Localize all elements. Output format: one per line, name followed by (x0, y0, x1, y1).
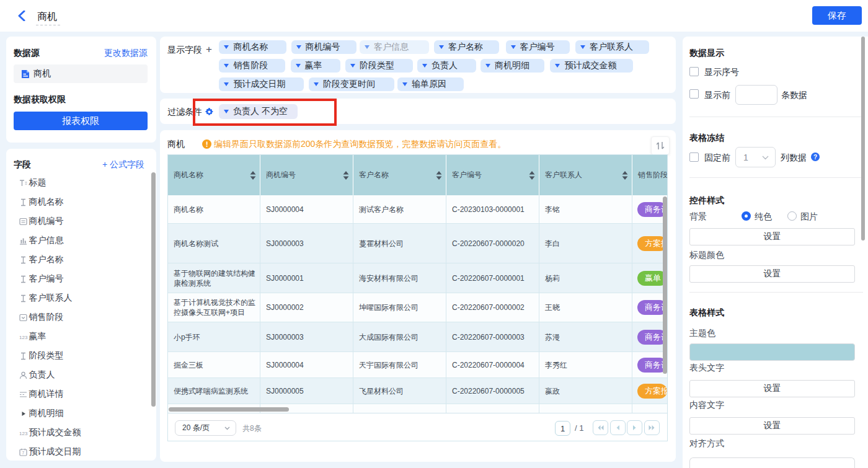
svg-text:7: 7 (22, 451, 25, 455)
svg-text:123: 123 (19, 335, 28, 340)
svg-text:123: 123 (19, 431, 28, 436)
